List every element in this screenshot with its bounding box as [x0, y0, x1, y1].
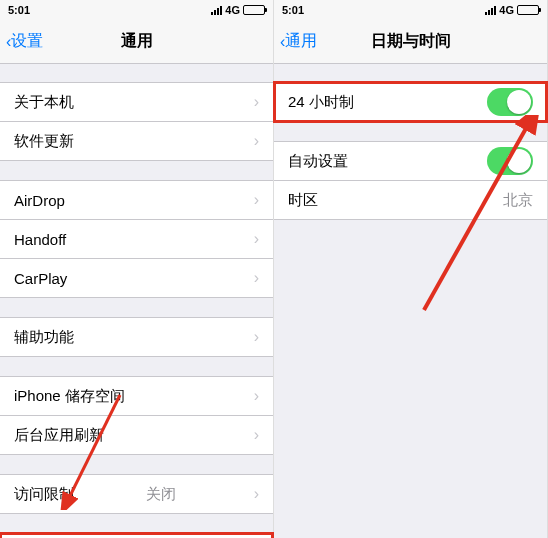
status-bar: 5:01 4G: [274, 0, 547, 20]
row-value: 关闭: [146, 485, 176, 504]
row-accessibility[interactable]: 辅助功能 ›: [0, 317, 273, 357]
chevron-right-icon: ›: [254, 387, 259, 405]
row-label: 辅助功能: [14, 328, 74, 347]
row-label: 软件更新: [14, 132, 74, 151]
row-label: 访问限制: [14, 485, 74, 504]
chevron-right-icon: ›: [254, 485, 259, 503]
row-date-time[interactable]: 日期与时间 ›: [0, 533, 273, 538]
back-label: 设置: [11, 31, 43, 52]
row-timezone[interactable]: 时区 北京: [274, 180, 547, 220]
status-network: 4G: [225, 4, 240, 16]
chevron-right-icon: ›: [254, 93, 259, 111]
screen-general: 5:01 4G ‹ 设置 通用 关于本机 › 软件更新 › AirDrop: [0, 0, 274, 538]
row-24-hour[interactable]: 24 小时制: [274, 82, 547, 122]
battery-icon: [517, 5, 539, 15]
row-label: 关于本机: [14, 93, 74, 112]
row-label: iPhone 储存空间: [14, 387, 125, 406]
row-value: 北京: [503, 191, 533, 210]
row-label: CarPlay: [14, 270, 67, 287]
row-label: 时区: [288, 191, 318, 210]
chevron-right-icon: ›: [254, 328, 259, 346]
row-label: 自动设置: [288, 152, 348, 171]
battery-icon: [243, 5, 265, 15]
chevron-right-icon: ›: [254, 191, 259, 209]
row-software-update[interactable]: 软件更新 ›: [0, 121, 273, 161]
chevron-right-icon: ›: [254, 132, 259, 150]
chevron-right-icon: ›: [254, 230, 259, 248]
settings-list: 24 小时制 自动设置 时区 北京: [274, 82, 547, 220]
row-about[interactable]: 关于本机 ›: [0, 82, 273, 122]
row-label: 24 小时制: [288, 93, 354, 112]
chevron-right-icon: ›: [254, 269, 259, 287]
back-button[interactable]: ‹ 设置: [0, 31, 43, 52]
row-label: AirDrop: [14, 192, 65, 209]
signal-icon: [485, 6, 496, 15]
nav-bar: ‹ 设置 通用: [0, 20, 273, 64]
screen-date-time: 5:01 4G ‹ 通用 日期与时间 24 小时制 自动设置 时区: [274, 0, 548, 538]
status-network: 4G: [499, 4, 514, 16]
toggle-auto-set[interactable]: [487, 147, 533, 175]
status-bar: 5:01 4G: [0, 0, 273, 20]
back-label: 通用: [285, 31, 317, 52]
row-label: 后台应用刷新: [14, 426, 104, 445]
toggle-24-hour[interactable]: [487, 88, 533, 116]
chevron-right-icon: ›: [254, 426, 259, 444]
back-button[interactable]: ‹ 通用: [274, 31, 317, 52]
row-handoff[interactable]: Handoff ›: [0, 219, 273, 259]
row-background-refresh[interactable]: 后台应用刷新 ›: [0, 415, 273, 455]
row-airdrop[interactable]: AirDrop ›: [0, 180, 273, 220]
status-time: 5:01: [8, 4, 30, 16]
status-time: 5:01: [282, 4, 304, 16]
row-label: Handoff: [14, 231, 66, 248]
row-carplay[interactable]: CarPlay ›: [0, 258, 273, 298]
nav-bar: ‹ 通用 日期与时间: [274, 20, 547, 64]
signal-icon: [211, 6, 222, 15]
row-storage[interactable]: iPhone 储存空间 ›: [0, 376, 273, 416]
settings-list: 关于本机 › 软件更新 › AirDrop › Handoff › CarPla…: [0, 82, 273, 538]
row-restrictions[interactable]: 访问限制 关闭 ›: [0, 474, 273, 514]
row-auto-set[interactable]: 自动设置: [274, 141, 547, 181]
